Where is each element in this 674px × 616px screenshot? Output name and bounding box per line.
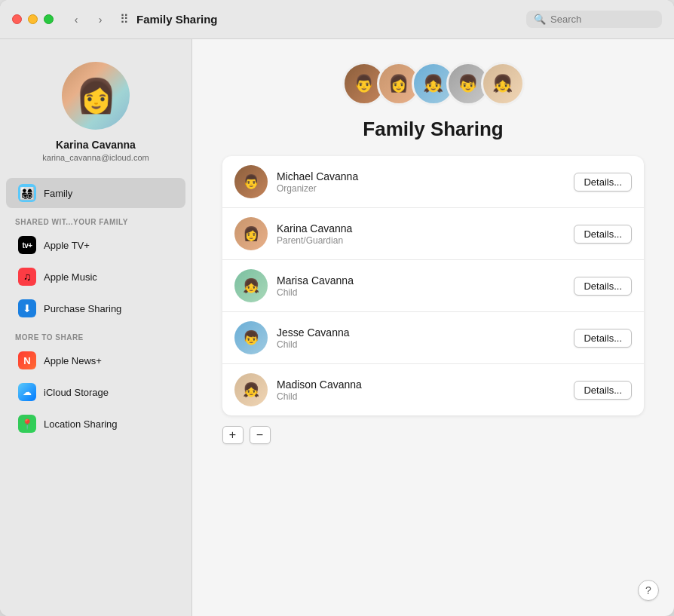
search-icon: 🔍 [534, 14, 546, 25]
back-button[interactable]: ‹ [66, 11, 87, 29]
member-info-4: Jesse Cavanna Child [277, 326, 565, 350]
family-icon: 👨‍👩‍👧‍👦 [18, 184, 36, 202]
sidebar-item-location[interactable]: 📍 Location Sharing [6, 409, 185, 439]
sidebar: 👩 Karina Cavanna karina_cavanna@icloud.c… [0, 39, 192, 616]
search-input[interactable] [550, 14, 656, 25]
member-avatar-2: 👩 [234, 217, 268, 250]
member-avatar-5: 👧 [234, 373, 268, 406]
member-role-2: Parent/Guardian [277, 235, 565, 246]
member-name-3: Marisa Cavanna [277, 274, 565, 287]
table-row: 👧 Madison Cavanna Child Details... [222, 364, 644, 415]
table-row: 👨 Michael Cavanna Organizer Details... [222, 156, 644, 208]
search-box[interactable]: 🔍 [526, 11, 662, 28]
table-row: 👧 Marisa Cavanna Child Details... [222, 260, 644, 312]
family-avatars: 👨 👩 👧 👦 👧 [342, 62, 525, 106]
sidebar-label-news: Apple News+ [44, 355, 102, 366]
details-button-2[interactable]: Details... [574, 225, 632, 244]
appletv-icon: tv+ [18, 236, 36, 254]
sidebar-item-purchase[interactable]: ⬇ Purchase Sharing [6, 293, 185, 323]
sidebar-item-appletv[interactable]: tv+ Apple TV+ [6, 230, 185, 260]
family-avatar-5: 👧 [481, 62, 525, 106]
location-icon: 📍 [18, 415, 36, 433]
sidebar-label-appletv: Apple TV+ [44, 240, 90, 251]
sidebar-item-applemusic[interactable]: ♫ Apple Music [6, 262, 185, 292]
member-name-2: Karina Cavanna [277, 222, 565, 234]
table-row: 👦 Jesse Cavanna Child Details... [222, 312, 644, 364]
close-button[interactable] [12, 14, 22, 24]
action-buttons: + − [222, 426, 271, 444]
sidebar-item-news[interactable]: N Apple News+ [6, 345, 185, 375]
maximize-button[interactable] [44, 14, 54, 24]
nav-buttons: ‹ › [66, 11, 111, 29]
member-role-5: Child [277, 391, 565, 402]
members-list: 👨 Michael Cavanna Organizer Details... 👩… [222, 156, 644, 415]
details-button-4[interactable]: Details... [574, 329, 632, 348]
minimize-button[interactable] [28, 14, 38, 24]
shared-section-header: SHARED WIT...YOUR FAMILY [0, 209, 191, 229]
details-button-3[interactable]: Details... [574, 277, 632, 296]
member-name-4: Jesse Cavanna [277, 326, 565, 339]
purchase-icon: ⬇ [18, 299, 36, 317]
forward-button[interactable]: › [90, 11, 111, 29]
member-info-1: Michael Cavanna Organizer [277, 170, 565, 194]
sidebar-label-purchase: Purchase Sharing [44, 303, 121, 314]
details-button-5[interactable]: Details... [574, 381, 632, 400]
titlebar: ‹ › ⠿ Family Sharing 🔍 [0, 0, 674, 39]
member-avatar-4: 👦 [234, 321, 268, 354]
add-member-button[interactable]: + [222, 426, 244, 444]
main-content: 👩 Karina Cavanna karina_cavanna@icloud.c… [0, 39, 674, 616]
window-title: Family Sharing [136, 13, 526, 26]
help-button[interactable]: ? [638, 580, 659, 601]
member-avatar-3: 👧 [234, 269, 268, 302]
member-avatar-1: 👨 [234, 165, 268, 198]
member-name-1: Michael Cavanna [277, 170, 565, 182]
sidebar-label-icloud: iCloud Storage [44, 387, 109, 398]
remove-member-button[interactable]: − [250, 426, 271, 444]
profile-section: 👩 Karina Cavanna karina_cavanna@icloud.c… [0, 54, 191, 177]
sidebar-label-applemusic: Apple Music [44, 271, 97, 283]
profile-name: Karina Cavanna [56, 139, 136, 151]
music-icon: ♫ [18, 268, 36, 286]
member-info-2: Karina Cavanna Parent/Guardian [277, 222, 565, 246]
member-name-5: Madison Cavanna [277, 378, 565, 391]
grid-icon[interactable]: ⠿ [120, 12, 129, 26]
member-role-4: Child [277, 339, 565, 350]
member-role-1: Organizer [277, 183, 565, 194]
profile-email: karina_cavanna@icloud.com [42, 153, 149, 162]
news-icon: N [18, 351, 36, 369]
member-role-3: Child [277, 287, 565, 298]
avatar: 👩 [62, 62, 130, 130]
panel-title: Family Sharing [363, 118, 503, 141]
app-window: ‹ › ⠿ Family Sharing 🔍 👩 Karina Cavanna … [0, 0, 674, 616]
right-panel: 👨 👩 👧 👦 👧 Family Sharing 👨 Michael Cavan… [192, 39, 674, 467]
sidebar-label-family: Family [44, 188, 72, 199]
details-button-1[interactable]: Details... [574, 173, 632, 192]
member-info-3: Marisa Cavanna Child [277, 274, 565, 298]
sidebar-item-icloud[interactable]: ☁ iCloud Storage [6, 377, 185, 407]
sidebar-item-family[interactable]: 👨‍👩‍👧‍👦 Family [6, 178, 185, 208]
table-row: 👩 Karina Cavanna Parent/Guardian Details… [222, 208, 644, 260]
sidebar-label-location: Location Sharing [44, 418, 118, 430]
more-section-header: MORE TO SHARE [0, 324, 191, 345]
member-info-5: Madison Cavanna Child [277, 378, 565, 402]
traffic-lights [12, 14, 54, 24]
icloud-icon: ☁ [18, 383, 36, 401]
